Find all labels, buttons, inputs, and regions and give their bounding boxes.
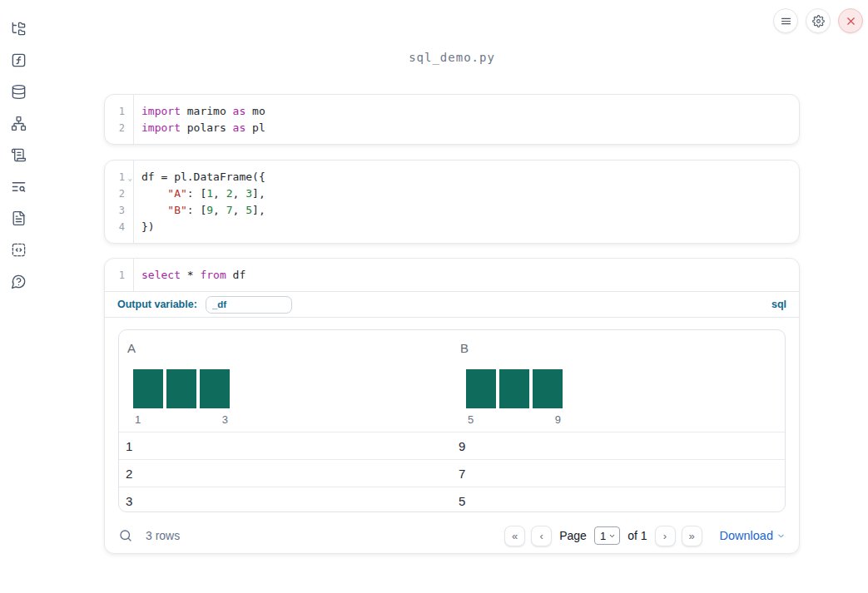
line-number: 4 [105,219,133,235]
histogram-bar [533,369,563,408]
output-variable-row: Output variable: sql [105,291,799,318]
document-icon[interactable] [9,209,27,227]
table-cell: 3 [119,494,452,508]
page-select-value: 1 [600,530,606,542]
histogram-bar [499,369,529,408]
table-search[interactable]: 3 rows [118,528,180,543]
table-cell: 5 [452,494,785,508]
dependency-graph-icon[interactable] [9,114,27,132]
line-number: 1⌄ [105,169,133,185]
page-select[interactable]: 1 [594,526,620,545]
column-name: B [460,341,785,356]
code-editor[interactable]: 1import marimo as mo2import polars as pl [105,95,799,144]
chevron-down-icon [608,532,616,540]
page-label: Page [559,529,587,542]
table-footer: 3 rows « ‹ Page 1 of 1 › » Download [118,521,786,551]
line-number: 2 [105,185,133,202]
code-editor[interactable]: 1select * from df [105,259,799,291]
close-icon[interactable] [838,8,863,33]
table-cell: 9 [452,439,785,453]
row-count: 3 rows [146,529,180,542]
table-row[interactable]: 35 [119,487,785,512]
table-row[interactable]: 27 [119,459,785,487]
page-title: sql_demo.py [104,51,800,64]
code-text: }) [133,219,155,235]
download-button[interactable]: Download [720,529,786,542]
output-variable-label: Output variable: [117,299,197,310]
code-line[interactable]: 2 "A": [1, 2, 3], [105,185,799,202]
table-cell: 7 [452,467,785,481]
fold-chevron-icon[interactable]: ⌄ [128,170,132,186]
histogram-bar [166,369,196,408]
search-icon [118,528,133,543]
page-of-label: of 1 [627,529,647,542]
table-row[interactable]: 19 [119,432,785,459]
histogram-axis-label: 1 [135,413,141,426]
output-variable-input[interactable] [206,296,292,314]
code-line[interactable]: 1import marimo as mo [105,103,799,120]
dataframe-table: A13B59 192735 [118,329,786,512]
next-page-button[interactable]: › [655,526,676,546]
line-number: 2 [105,120,133,136]
gear-icon[interactable] [806,8,831,33]
table-body: 192735 [119,432,785,512]
histogram-bar [466,369,496,408]
prev-page-button[interactable]: ‹ [531,526,552,546]
table-cell: 2 [119,467,452,481]
function-square-icon[interactable] [9,51,27,69]
cell-output-area: A13B59 192735 3 rows « ‹ Page 1 of 1 [105,329,799,568]
histogram-axis-labels: 59 [466,413,563,426]
text-search-icon[interactable] [9,177,27,195]
code-cell-dataframe[interactable]: 1⌄df = pl.DataFrame({2 "A": [1, 2, 3],3 … [104,160,800,244]
download-label: Download [720,529,774,542]
histogram-axis-label: 5 [468,413,474,426]
line-number: 1 [105,103,133,120]
column-name: A [127,341,452,356]
pagination: « ‹ Page 1 of 1 › » Download [504,526,786,546]
chevron-down-icon [776,531,786,541]
code-text: "A": [1, 2, 3], [133,185,265,202]
last-page-button[interactable]: » [682,526,702,546]
column-header[interactable]: B59 [452,330,785,432]
line-number: 3 [105,202,133,219]
histogram-axis-label: 3 [222,413,228,426]
histogram-axis-label: 9 [555,413,561,426]
code-snippet-icon[interactable] [9,240,27,259]
code-text: import polars as pl [133,120,265,136]
code-cell-imports[interactable]: 1import marimo as mo2import polars as pl [104,94,800,145]
code-text: df = pl.DataFrame({ [133,169,265,185]
code-line[interactable]: 1⌄df = pl.DataFrame({ [105,169,799,185]
code-line[interactable]: 4}) [105,219,799,235]
first-page-button[interactable]: « [504,526,525,546]
scroll-log-icon[interactable] [9,146,27,164]
help-icon[interactable] [9,272,27,290]
code-line[interactable]: 3 "B": [9, 7, 5], [105,202,799,219]
histogram-bar [133,369,163,408]
code-text: import marimo as mo [133,103,265,120]
code-text: "B": [9, 7, 5], [133,202,265,219]
histogram-bar [200,369,230,408]
table-cell: 1 [119,439,452,453]
column-histogram [466,369,563,408]
database-icon[interactable] [9,82,27,101]
file-tree-icon[interactable] [9,19,27,37]
helper-sidebar [0,0,37,593]
column-histogram [133,369,230,408]
notebook-main: sql_demo.py 1import marimo as mo2import … [104,0,800,593]
histogram-axis-labels: 13 [133,413,230,426]
sql-cell[interactable]: 1select * from df Output variable: sql A… [104,258,800,554]
code-line[interactable]: 1select * from df [105,267,799,284]
column-header[interactable]: A13 [119,330,452,432]
line-number: 1 [105,267,133,284]
code-line[interactable]: 2import polars as pl [105,120,799,136]
code-text: select * from df [133,267,246,284]
language-badge[interactable]: sql [771,299,786,310]
table-header: A13B59 [119,330,785,432]
code-editor[interactable]: 1⌄df = pl.DataFrame({2 "A": [1, 2, 3],3 … [105,161,799,243]
